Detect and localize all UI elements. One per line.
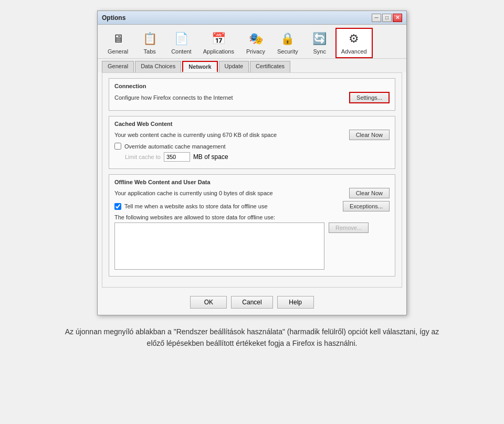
toolbar-label-advanced: Advanced [341, 48, 367, 55]
applications-icon: 📅 [210, 30, 227, 47]
toolbar-label-content: Content [171, 48, 192, 55]
window-title: Options [102, 14, 125, 22]
limit-cache-unit: MB of space [193, 153, 228, 161]
minimize-button[interactable]: ─ [372, 14, 381, 22]
toolbar-item-applications[interactable]: 📅 Applications [197, 28, 240, 58]
sync-icon: 🔄 [311, 30, 328, 47]
offline-cache-row: Your application cache is currently usin… [114, 188, 390, 198]
tab-network[interactable]: Network [182, 61, 217, 72]
toolbar-label-security: Security [277, 48, 298, 55]
offline-cache-text: Your application cache is currently usin… [114, 190, 273, 196]
override-cache-checkbox[interactable] [114, 143, 121, 150]
description-text: Az újonnan megnyíló ablakban a "Rendszer… [55, 326, 449, 349]
general-icon: 🖥 [110, 30, 127, 47]
tell-me-checkbox[interactable] [114, 203, 121, 210]
toolbar-label-tabs: Tabs [144, 48, 156, 55]
limit-cache-input[interactable] [164, 152, 190, 162]
limit-cache-row: Limit cache to MB of space [125, 152, 390, 162]
privacy-icon: 🎭 [247, 30, 264, 47]
title-bar-controls: ─ □ ✕ [372, 14, 402, 22]
content-icon: 📄 [173, 30, 190, 47]
tell-me-label: Tell me when a website asks to store dat… [124, 203, 268, 209]
remove-button[interactable]: Remove... [329, 222, 369, 233]
tabs-icon: 📋 [141, 30, 158, 47]
title-bar: Options ─ □ ✕ [98, 11, 406, 25]
toolbar-item-general[interactable]: 🖥 General [102, 28, 134, 58]
connection-row: Configure how Firefox connects to the In… [114, 92, 390, 103]
tabs-row: General Data Choices Network Update Cert… [98, 59, 406, 72]
clear-cache-button[interactable]: Clear Now [349, 130, 390, 140]
ok-button[interactable]: OK [190, 296, 227, 309]
exceptions-button[interactable]: Exceptions... [343, 201, 390, 211]
connection-description: Configure how Firefox connects to the In… [114, 94, 233, 101]
options-window: Options ─ □ ✕ 🖥 General 📋 Tabs 📄 Content… [97, 10, 407, 315]
websites-list[interactable] [114, 222, 324, 270]
help-button[interactable]: Help [277, 296, 314, 309]
toolbar-label-general: General [108, 48, 128, 55]
toolbar-item-sync[interactable]: 🔄 Sync [304, 28, 335, 58]
tab-data-choices[interactable]: Data Choices [135, 61, 181, 72]
tell-me-row: Tell me when a website asks to store dat… [114, 201, 390, 211]
advanced-icon: ⚙ [345, 30, 362, 47]
connection-label: Connection [114, 83, 390, 89]
toolbar-label-applications: Applications [203, 48, 234, 55]
settings-button[interactable]: Settings... [349, 92, 390, 103]
maximize-button[interactable]: □ [382, 14, 392, 22]
toolbar-item-security[interactable]: 🔒 Security [271, 28, 304, 58]
toolbar-item-tabs[interactable]: 📋 Tabs [134, 28, 165, 58]
override-cache-label: Override automatic cache management [124, 143, 226, 150]
cached-label: Cached Web Content [114, 121, 390, 127]
cache-size-text: Your web content cache is currently usin… [114, 132, 277, 138]
override-cache-row: Override automatic cache management [114, 143, 390, 150]
cached-web-content-section: Cached Web Content Your web content cach… [109, 116, 395, 169]
toolbar-item-content[interactable]: 📄 Content [165, 28, 197, 58]
clear-offline-button[interactable]: Clear Now [349, 188, 390, 198]
toolbar-label-sync: Sync [313, 48, 326, 55]
offline-label: Offline Web Content and User Data [114, 179, 390, 185]
toolbar-item-advanced[interactable]: ⚙ Advanced [335, 28, 373, 58]
websites-buttons: Remove... [329, 222, 369, 233]
content-area: Connection Configure how Firefox connect… [102, 72, 402, 288]
tab-general[interactable]: General [102, 61, 134, 72]
websites-area: Remove... [114, 222, 390, 272]
toolbar: 🖥 General 📋 Tabs 📄 Content 📅 Application… [98, 25, 406, 59]
limit-cache-label: Limit cache to [125, 154, 161, 160]
cache-size-row: Your web content cache is currently usin… [114, 130, 390, 140]
toolbar-label-privacy: Privacy [246, 48, 265, 55]
websites-label: The following websites are allowed to st… [114, 214, 390, 220]
bottom-buttons: OK Cancel Help [98, 292, 406, 315]
tab-update[interactable]: Update [219, 61, 249, 72]
offline-section: Offline Web Content and User Data Your a… [109, 174, 395, 277]
cancel-button[interactable]: Cancel [231, 296, 272, 309]
security-icon: 🔒 [279, 30, 296, 47]
close-button[interactable]: ✕ [393, 14, 402, 22]
tab-certificates[interactable]: Certificates [250, 61, 290, 72]
toolbar-item-privacy[interactable]: 🎭 Privacy [240, 28, 271, 58]
tell-me-checkbox-row: Tell me when a website asks to store dat… [114, 203, 268, 210]
connection-section: Connection Configure how Firefox connect… [109, 78, 395, 111]
